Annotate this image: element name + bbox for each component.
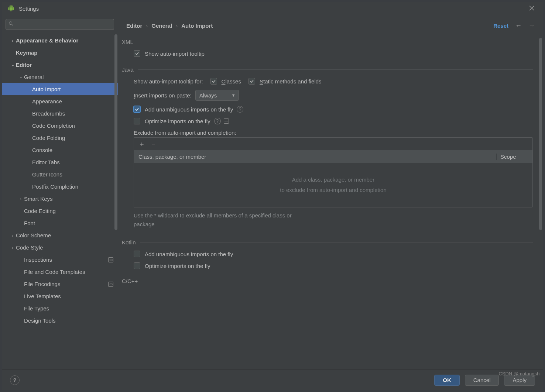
exclude-hint: Use the * wildcard to exclude all member… xyxy=(134,211,348,229)
breadcrumb: Editor › General › Auto Import Reset ← → xyxy=(118,15,543,36)
kotlin-optimize-checkbox[interactable] xyxy=(134,262,140,269)
sidebar-item-file-types[interactable]: File Types xyxy=(2,302,118,314)
sidebar-item-code-style[interactable]: ›Code Style xyxy=(2,241,118,254)
content-scrollbar[interactable] xyxy=(539,37,542,367)
sidebar-item-label: General xyxy=(24,74,44,80)
sidebar-item-label: Inspections xyxy=(24,257,52,263)
sidebar-item-label: File Encodings xyxy=(24,281,60,287)
watermark: CSDN @motangshi xyxy=(498,371,541,376)
nav-back-button[interactable]: ← xyxy=(515,22,522,30)
sidebar-item-label: Editor xyxy=(16,62,32,68)
settings-tree: ›Appearance & BehaviorKeymap⌄Editor⌄Gene… xyxy=(2,33,118,369)
settings-content: XML Show auto-import tooltip Java Show a… xyxy=(118,36,543,369)
java-tooltip-for-label: Show auto-import tooltip for: xyxy=(134,78,203,85)
java-optimize-label: Optimize imports on the fly xyxy=(145,118,210,124)
help-button[interactable]: ? xyxy=(10,375,20,385)
sidebar-item-label: Editor Tabs xyxy=(32,159,60,165)
sidebar-item-code-editing[interactable]: Code Editing xyxy=(2,205,118,217)
sidebar-item-editor-tabs[interactable]: Editor Tabs xyxy=(2,156,118,168)
remove-button: － xyxy=(150,140,157,148)
close-button[interactable] xyxy=(526,3,537,14)
crumb-auto-import: Auto Import xyxy=(181,23,213,29)
sidebar-item-editor[interactable]: ⌄Editor xyxy=(2,59,118,71)
sidebar: ›Appearance & BehaviorKeymap⌄Editor⌄Gene… xyxy=(2,15,118,369)
sidebar-item-general[interactable]: ⌄General xyxy=(2,71,118,83)
help-icon[interactable]: ? xyxy=(214,118,221,124)
java-insert-label: Insert imports on paste: xyxy=(134,92,192,99)
exclude-col-class: Class, package, or member xyxy=(134,154,496,160)
crumb-general[interactable]: General xyxy=(151,23,172,29)
android-icon xyxy=(8,5,14,12)
section-xml-title: XML xyxy=(122,39,133,45)
titlebar: Settings xyxy=(2,2,543,15)
sidebar-item-code-completion[interactable]: Code Completion xyxy=(2,120,118,132)
sidebar-item-code-folding[interactable]: Code Folding xyxy=(2,132,118,144)
sidebar-item-file-encodings[interactable]: File Encodings▭ xyxy=(2,278,118,290)
nav-forward-button: → xyxy=(528,22,535,30)
java-static-checkbox[interactable] xyxy=(248,78,255,85)
help-icon[interactable]: ? xyxy=(237,106,243,113)
sidebar-item-auto-import[interactable]: Auto Import xyxy=(2,83,118,95)
expand-arrow-icon: › xyxy=(9,233,16,238)
java-unambiguous-checkbox[interactable] xyxy=(134,106,140,113)
kotlin-unambiguous-checkbox[interactable] xyxy=(134,251,140,257)
sidebar-item-label: Code Style xyxy=(16,244,43,251)
java-insert-value: Always xyxy=(199,92,217,99)
xml-show-tooltip-checkbox[interactable] xyxy=(134,50,140,57)
sidebar-item-label: Design Tools xyxy=(24,317,56,324)
project-scope-icon: ▭ xyxy=(224,118,229,124)
settings-search-input[interactable] xyxy=(6,19,114,30)
cancel-button[interactable]: Cancel xyxy=(465,375,499,386)
sidebar-item-console[interactable]: Console xyxy=(2,144,118,156)
sidebar-item-label: Console xyxy=(32,147,52,153)
sidebar-item-label: Live Templates xyxy=(24,293,61,299)
sidebar-item-label: Smart Keys xyxy=(24,196,53,202)
sidebar-item-design-tools[interactable]: Design Tools xyxy=(2,314,118,327)
sidebar-item-gutter-icons[interactable]: Gutter Icons xyxy=(2,168,118,180)
expand-arrow-icon: ⌄ xyxy=(17,75,24,79)
crumb-editor[interactable]: Editor xyxy=(126,23,142,29)
sidebar-item-font[interactable]: Font xyxy=(2,217,118,229)
add-button[interactable]: ＋ xyxy=(138,140,145,148)
expand-arrow-icon: › xyxy=(9,245,16,250)
sidebar-item-label: Font xyxy=(24,220,35,226)
sidebar-scrollbar[interactable] xyxy=(114,33,118,369)
sidebar-item-keymap[interactable]: Keymap xyxy=(2,47,118,59)
java-unambiguous-label: Add unambiguous imports on the fly xyxy=(145,106,233,113)
dialog-footer: ? OK Cancel Apply xyxy=(2,369,543,390)
sidebar-item-label: Code Editing xyxy=(24,208,56,214)
project-scope-icon: ▭ xyxy=(108,257,113,262)
java-classes-label: Classes xyxy=(222,78,241,85)
sidebar-item-color-scheme[interactable]: ›Color Scheme xyxy=(2,229,118,241)
sidebar-item-label: Keymap xyxy=(16,49,37,56)
java-classes-checkbox[interactable] xyxy=(210,78,217,85)
sidebar-item-file-and-code-templates[interactable]: File and Code Templates xyxy=(2,266,118,278)
reset-link[interactable]: Reset xyxy=(493,23,508,29)
sidebar-item-appearance[interactable]: Appearance xyxy=(2,95,118,107)
sidebar-item-label: Auto Import xyxy=(32,86,61,92)
expand-arrow-icon: › xyxy=(9,38,16,43)
exclude-empty-state: Add a class, package, or member to exclu… xyxy=(134,163,532,207)
sidebar-item-appearance-behavior[interactable]: ›Appearance & Behavior xyxy=(2,34,118,47)
java-insert-select[interactable]: Always ▼ xyxy=(195,90,239,101)
java-optimize-checkbox[interactable] xyxy=(134,118,140,124)
sidebar-item-breadcrumbs[interactable]: Breadcrumbs xyxy=(2,107,118,120)
search-icon xyxy=(8,21,14,26)
svg-line-1 xyxy=(12,24,13,26)
ok-button[interactable]: OK xyxy=(434,375,460,386)
sidebar-item-inspections[interactable]: Inspections▭ xyxy=(2,254,118,266)
sidebar-item-label: Appearance & Behavior xyxy=(16,37,78,44)
java-static-label: Static methods and fields xyxy=(260,78,322,85)
chevron-right-icon: › xyxy=(176,23,178,29)
sidebar-item-label: Appearance xyxy=(32,98,62,104)
section-java-title: Java xyxy=(122,66,134,73)
exclude-table: ＋ － Class, package, or member Scope Add … xyxy=(134,137,533,207)
sidebar-item-live-templates[interactable]: Live Templates xyxy=(2,290,118,302)
project-scope-icon: ▭ xyxy=(108,282,113,287)
section-kotlin-title: Kotlin xyxy=(122,239,136,245)
sidebar-item-smart-keys[interactable]: ›Smart Keys xyxy=(2,193,118,205)
sidebar-item-label: Gutter Icons xyxy=(32,171,62,178)
sidebar-item-postfix-completion[interactable]: Postfix Completion xyxy=(2,180,118,193)
chevron-down-icon: ▼ xyxy=(232,93,236,97)
sidebar-item-label: Color Scheme xyxy=(16,232,51,238)
